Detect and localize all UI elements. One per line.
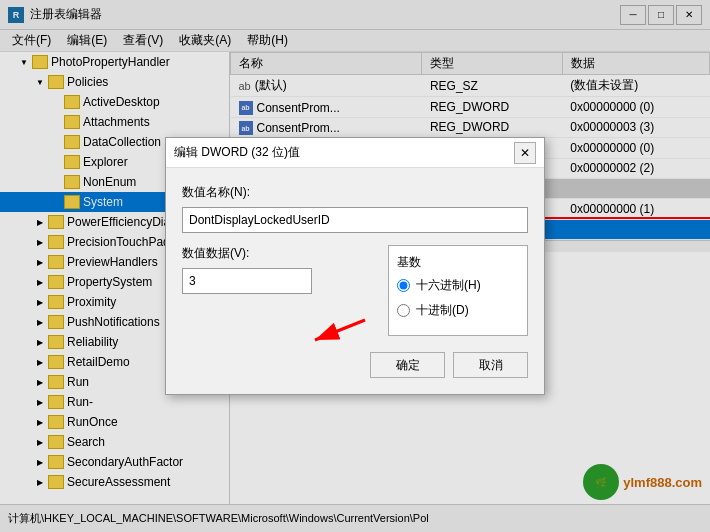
radio-hex-text: 十六进制(H) <box>416 277 481 294</box>
value-input[interactable] <box>182 268 312 294</box>
name-input[interactable] <box>182 207 528 233</box>
edit-dword-dialog: 编辑 DWORD (32 位)值 ✕ 数值名称(N): 数值数据(V): 基数 … <box>165 137 545 395</box>
dialog-title-bar: 编辑 DWORD (32 位)值 ✕ <box>166 138 544 168</box>
radio-dec[interactable] <box>397 304 410 317</box>
radio-hex-label[interactable]: 十六进制(H) <box>397 277 519 294</box>
dialog-overlay: 编辑 DWORD (32 位)值 ✕ 数值名称(N): 数值数据(V): 基数 … <box>0 0 710 532</box>
base-label: 基数 <box>397 254 519 271</box>
dialog-close-button[interactable]: ✕ <box>514 142 536 164</box>
dialog-title: 编辑 DWORD (32 位)值 <box>174 144 508 161</box>
base-group: 基数 十六进制(H) 十进制(D) <box>388 245 528 336</box>
ok-button[interactable]: 确定 <box>370 352 445 378</box>
dialog-row: 数值数据(V): 基数 十六进制(H) 十进制(D) <box>182 245 528 336</box>
cancel-button[interactable]: 取消 <box>453 352 528 378</box>
radio-hex[interactable] <box>397 279 410 292</box>
radio-dec-label[interactable]: 十进制(D) <box>397 302 519 319</box>
data-label: 数值数据(V): <box>182 245 376 262</box>
dialog-body: 数值名称(N): 数值数据(V): 基数 十六进制(H) 十进制(D) <box>166 168 544 394</box>
dialog-left: 数值数据(V): <box>182 245 376 294</box>
radio-dec-text: 十进制(D) <box>416 302 469 319</box>
dialog-footer: 确定 取消 <box>182 352 528 378</box>
name-label: 数值名称(N): <box>182 184 528 201</box>
